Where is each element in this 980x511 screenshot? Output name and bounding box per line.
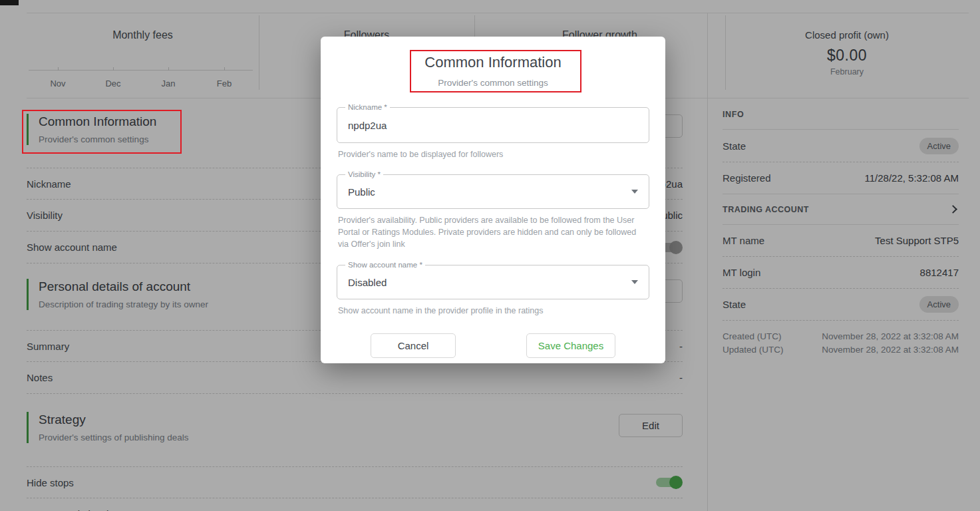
visibility-select-value: Public bbox=[348, 186, 375, 198]
dialog-actions: Cancel Save Changes bbox=[337, 333, 649, 358]
annotation-box-dialog-title bbox=[410, 50, 581, 92]
nickname-input-value: npdp2ua bbox=[348, 120, 387, 131]
show-account-name-select-value: Disabled bbox=[348, 276, 387, 287]
save-changes-button[interactable]: Save Changes bbox=[526, 333, 615, 358]
show-account-name-select[interactable]: Show account name * Disabled bbox=[337, 265, 649, 299]
visibility-select[interactable]: Visibility * Public bbox=[337, 174, 649, 209]
show-account-name-helper-text: Show account name in the provider profil… bbox=[338, 305, 648, 317]
visibility-helper-text: Provider's availability. Public provider… bbox=[338, 214, 648, 250]
dropdown-arrow-icon bbox=[631, 280, 638, 284]
show-account-name-select-label: Show account name * bbox=[345, 261, 425, 269]
dropdown-arrow-icon bbox=[631, 190, 638, 194]
annotation-box-section-title bbox=[22, 110, 182, 154]
nickname-input[interactable]: Nickname * npdp2ua bbox=[337, 107, 649, 143]
nickname-input-label: Nickname * bbox=[345, 103, 390, 111]
provider-settings-page: Monthly fees Nov Dec Jan Feb Followers F… bbox=[0, 0, 980, 511]
cancel-button[interactable]: Cancel bbox=[371, 333, 456, 358]
nickname-helper-text: Provider's name to be displayed for foll… bbox=[338, 148, 648, 160]
visibility-select-label: Visibility * bbox=[345, 170, 383, 178]
